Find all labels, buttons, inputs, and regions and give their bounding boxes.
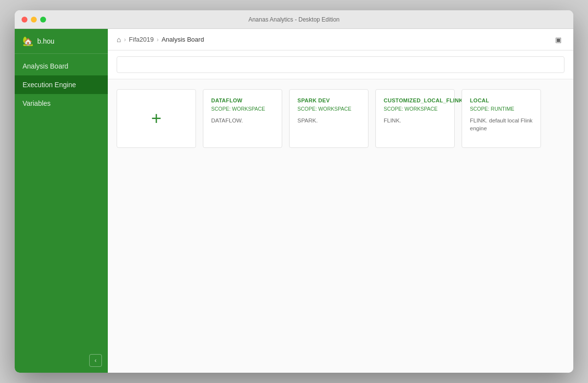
engine-scope-spark-dev: SCOPE: WORKSPACE — [297, 106, 351, 112]
panel-icon: ▣ — [555, 36, 562, 44]
panel-layout-button[interactable]: ▣ — [552, 33, 564, 46]
titlebar: Ananas Analytics - Desktop Edition — [15, 10, 573, 29]
cards-grid: + DATAFLOW SCOPE: WORKSPACE DATAFLOW. SP… — [117, 89, 564, 148]
engine-card-local[interactable]: LOCAL SCOPE: RUNTIME FLINK. default loca… — [462, 89, 541, 148]
sidebar-footer: ‹ — [15, 348, 108, 373]
app-window: Ananas Analytics - Desktop Edition 🏡 b.h… — [15, 10, 573, 373]
sidebar-nav: Analysis Board Execution Engine Variable… — [15, 54, 108, 348]
engine-desc-customized-local-flink: FLINK. — [384, 117, 401, 124]
header-icons: ▣ — [552, 33, 564, 46]
sidebar-item-execution-engine[interactable]: Execution Engine — [15, 75, 108, 94]
breadcrumb-separator-1: › — [124, 36, 126, 43]
main-content: ⌂ › Fifa2019 › Analysis Board ▣ 🔍 — [108, 29, 573, 373]
sidebar-item-variables[interactable]: Variables — [15, 94, 108, 113]
engine-name-local: LOCAL — [470, 97, 489, 103]
engine-desc-spark-dev: SPARK. — [297, 117, 318, 124]
home-icon[interactable]: ⌂ — [117, 35, 121, 44]
search-wrapper: 🔍 — [117, 56, 564, 73]
search-container: 🔍 — [108, 50, 573, 79]
engine-card-dataflow[interactable]: DATAFLOW SCOPE: WORKSPACE DATAFLOW. — [203, 89, 282, 148]
engine-card-customized-local-flink[interactable]: CUSTOMIZED_LOCAL_FLINK SCOPE: WORKSPACE … — [375, 89, 455, 148]
sidebar: 🏡 b.hou Analysis Board Execution Engine … — [15, 29, 108, 373]
maximize-button[interactable] — [40, 17, 46, 23]
engine-name-dataflow: DATAFLOW — [211, 97, 243, 103]
traffic-lights — [22, 17, 46, 23]
sidebar-item-analysis-board[interactable]: Analysis Board — [15, 57, 108, 75]
add-icon: + — [151, 108, 161, 129]
search-input[interactable] — [117, 56, 564, 73]
add-engine-card[interactable]: + — [117, 89, 196, 148]
collapse-sidebar-button[interactable]: ‹ — [89, 354, 102, 367]
engine-name-customized-local-flink: CUSTOMIZED_LOCAL_FLINK — [384, 97, 463, 103]
engine-desc-dataflow: DATAFLOW. — [211, 117, 243, 124]
engine-name-spark-dev: SPARK DEV — [297, 97, 330, 103]
engine-scope-customized-local-flink: SCOPE: WORKSPACE — [384, 106, 438, 112]
engine-scope-local: SCOPE: RUNTIME — [470, 106, 514, 112]
sidebar-user: 🏡 b.hou — [15, 29, 108, 54]
breadcrumb-item-analysis-board: Analysis Board — [162, 36, 204, 43]
minimize-button[interactable] — [31, 17, 37, 23]
engine-card-spark-dev[interactable]: SPARK DEV SCOPE: WORKSPACE SPARK. — [289, 89, 368, 148]
user-icon: 🏡 — [23, 36, 33, 47]
main-area: 🏡 b.hou Analysis Board Execution Engine … — [15, 29, 573, 373]
breadcrumb-item-fifa[interactable]: Fifa2019 — [129, 36, 154, 43]
engine-desc-local: FLINK. default local Flink engine — [470, 117, 533, 132]
close-button[interactable] — [22, 17, 27, 23]
chevron-left-icon: ‹ — [95, 357, 97, 364]
engine-scope-dataflow: SCOPE: WORKSPACE — [211, 106, 265, 112]
breadcrumb: ⌂ › Fifa2019 › Analysis Board — [117, 35, 204, 44]
window-title: Ananas Analytics - Desktop Edition — [248, 16, 340, 23]
username-label: b.hou — [37, 37, 54, 45]
content-header: ⌂ › Fifa2019 › Analysis Board ▣ — [108, 29, 573, 50]
breadcrumb-separator-2: › — [157, 36, 159, 43]
cards-area: + DATAFLOW SCOPE: WORKSPACE DATAFLOW. SP… — [108, 79, 573, 373]
